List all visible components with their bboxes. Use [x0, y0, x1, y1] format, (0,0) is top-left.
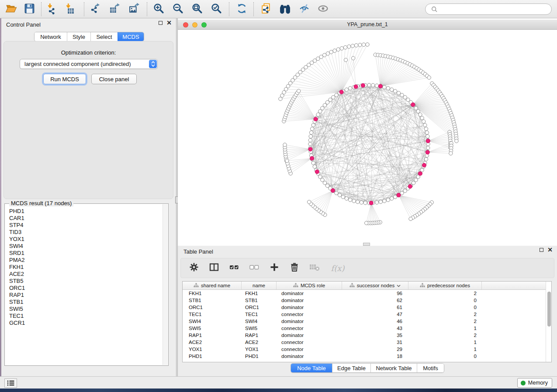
refresh-button[interactable]: [235, 3, 248, 16]
search-network-button[interactable]: [278, 3, 291, 16]
cell-successor_nodes[interactable]: 62: [342, 297, 408, 304]
deselect-all-button[interactable]: [249, 263, 259, 273]
cell-name[interactable]: STB1: [242, 297, 277, 304]
optimization-criterion-select[interactable]: largest connected component (undirected): [20, 59, 158, 69]
cell-shared_name[interactable]: TEC1: [183, 311, 242, 318]
tab-network[interactable]: Network: [35, 32, 67, 41]
table-row[interactable]: ORC1ORC1dominator610: [183, 304, 546, 311]
mcds-result-item[interactable]: STB1: [5, 299, 163, 306]
mcds-result-item[interactable]: PHD1: [5, 208, 163, 215]
cell-shared_name[interactable]: SWI5: [183, 325, 242, 332]
cell-predecessor_nodes[interactable]: 0: [408, 297, 482, 304]
columns-button[interactable]: [209, 263, 219, 273]
cell-mcds_role[interactable]: dominator: [277, 332, 342, 339]
mcds-result-item[interactable]: ACE2: [5, 271, 163, 278]
cell-shared_name[interactable]: ACE2: [183, 339, 242, 346]
gear-button[interactable]: [189, 263, 199, 273]
table-row[interactable]: RAP1RAP1dominator352: [183, 332, 546, 339]
cell-mcds_role[interactable]: connector: [277, 346, 342, 353]
cell-predecessor_nodes[interactable]: 2: [408, 290, 482, 297]
import-network-button[interactable]: [45, 3, 59, 16]
column-header-successor-nodes[interactable]: successor nodes: [342, 282, 408, 289]
mcds-result-item[interactable]: SWI5: [5, 306, 163, 313]
mcds-result-item[interactable]: CAR1: [5, 215, 163, 222]
cell-name[interactable]: PHD1: [242, 353, 277, 360]
close-table-panel-icon[interactable]: ✕: [547, 248, 553, 252]
mcds-result-item[interactable]: PMA2: [5, 257, 163, 264]
close-panel-button[interactable]: Close panel: [91, 74, 137, 84]
tab-select[interactable]: Select: [90, 32, 118, 41]
cell-shared_name[interactable]: YOX1: [183, 346, 242, 353]
close-panel-icon[interactable]: ✕: [166, 21, 172, 25]
cell-predecessor_nodes[interactable]: 1: [408, 325, 482, 332]
mcds-result-item[interactable]: SWI4: [5, 243, 163, 250]
search-input[interactable]: [439, 5, 551, 14]
cell-successor_nodes[interactable]: 35: [342, 332, 408, 339]
cell-successor_nodes[interactable]: 47: [342, 311, 408, 318]
column-header-predecessor-nodes[interactable]: predecessor nodes: [408, 282, 482, 289]
float-table-panel-icon[interactable]: [540, 248, 543, 252]
tab-motifs[interactable]: Motifs: [417, 364, 444, 372]
cell-shared_name[interactable]: RAP1: [183, 332, 242, 339]
show-eye-button[interactable]: [316, 3, 329, 16]
cell-name[interactable]: YOX1: [242, 346, 277, 353]
zoom-out-button[interactable]: [171, 3, 184, 16]
cell-name[interactable]: ACE2: [242, 339, 277, 346]
cell-shared_name[interactable]: ORC1: [183, 304, 242, 311]
mcds-result-item[interactable]: GCR1: [5, 320, 163, 327]
cell-shared_name[interactable]: PHD1: [183, 353, 242, 360]
float-panel-icon[interactable]: [159, 21, 163, 25]
cell-successor_nodes[interactable]: 61: [342, 304, 408, 311]
cell-name[interactable]: FKH1: [242, 290, 277, 297]
cell-mcds_role[interactable]: connector: [277, 325, 342, 332]
run-mcds-button[interactable]: Run MCDS: [43, 74, 86, 84]
column-header-name[interactable]: name: [242, 282, 277, 289]
save-button[interactable]: [23, 3, 36, 16]
cell-name[interactable]: ORC1: [242, 304, 277, 311]
zoom-in-button[interactable]: [152, 3, 165, 16]
cell-successor_nodes[interactable]: 43: [342, 325, 408, 332]
mcds-result-item[interactable]: FKH1: [5, 264, 163, 271]
cell-mcds_role[interactable]: dominator: [277, 290, 342, 297]
export-table-button[interactable]: [108, 3, 121, 16]
cell-successor_nodes[interactable]: 96: [342, 290, 408, 297]
table-row[interactable]: TEC1TEC1connector472: [183, 311, 546, 318]
cell-predecessor_nodes[interactable]: 1: [408, 346, 482, 353]
cell-shared_name[interactable]: STB1: [183, 297, 242, 304]
cell-mcds_role[interactable]: connector: [277, 339, 342, 346]
cell-predecessor_nodes[interactable]: 1: [408, 339, 482, 346]
cell-shared_name[interactable]: SWI4: [183, 318, 242, 325]
cell-successor_nodes[interactable]: 29: [342, 346, 408, 353]
memory-button[interactable]: Memory: [517, 378, 552, 388]
cell-successor_nodes[interactable]: 31: [342, 339, 408, 346]
tab-mcds[interactable]: MCDS: [118, 32, 144, 41]
table-row[interactable]: STB1STB1dominator620: [183, 297, 546, 304]
mcds-result-list[interactable]: PHD1CAR1STP4TID3YOX1SWI4SRD1PMA2FKH1ACE2…: [5, 208, 163, 365]
import-table-button[interactable]: [64, 3, 77, 16]
tab-network-table[interactable]: Network Table: [370, 364, 417, 372]
mcds-result-item[interactable]: STP4: [5, 222, 163, 229]
table-row[interactable]: FKH1FKH1dominator962: [183, 290, 546, 297]
table-row[interactable]: SWI4SWI4dominator462: [183, 318, 546, 325]
mcds-result-item[interactable]: TID3: [5, 229, 163, 236]
table-row[interactable]: YOX1YOX1connector291: [183, 346, 546, 353]
table-row[interactable]: SWI5SWI5connector431: [183, 325, 546, 332]
hide-selected-button[interactable]: [298, 3, 311, 16]
cell-predecessor_nodes[interactable]: 2: [408, 318, 482, 325]
cell-predecessor_nodes[interactable]: 0: [408, 304, 482, 311]
horizontal-splitter-grabber[interactable]: [363, 243, 370, 246]
open-folder-button[interactable]: [4, 3, 17, 16]
table-row[interactable]: ACE2ACE2connector311: [183, 339, 546, 346]
clone-network-button[interactable]: [259, 3, 273, 16]
tab-edge-table[interactable]: Edge Table: [332, 364, 370, 372]
select-all-button[interactable]: [229, 263, 239, 273]
cell-mcds_role[interactable]: dominator: [277, 304, 342, 311]
task-history-button[interactable]: [4, 378, 17, 388]
network-window-titlebar[interactable]: YPA_prune.txt_1: [178, 20, 557, 30]
cell-predecessor_nodes[interactable]: 0: [408, 353, 482, 360]
cell-mcds_role[interactable]: dominator: [277, 353, 342, 360]
mcds-result-item[interactable]: SRD1: [5, 250, 163, 257]
mcds-result-item[interactable]: RAP1: [5, 292, 163, 299]
export-image-button[interactable]: [128, 3, 141, 16]
mcds-result-item[interactable]: YOX1: [5, 236, 163, 243]
